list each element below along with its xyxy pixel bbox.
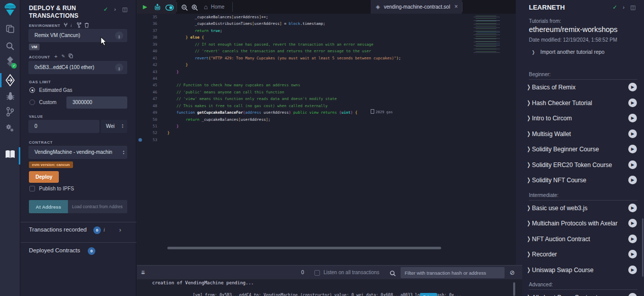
settings-icon[interactable] <box>0 123 20 135</box>
code-line[interactable]: 45 // Function to check how many cupcake… <box>137 82 468 88</box>
at-address-input[interactable] <box>68 200 127 213</box>
transactions-info-icon[interactable]: i <box>103 226 105 233</box>
home-icon[interactable]: ⌂ <box>202 0 210 14</box>
play-tutorial-button[interactable]: ▶ <box>628 160 637 169</box>
copy-account-icon[interactable] <box>68 53 73 59</box>
add-account-icon[interactable]: + <box>54 53 57 59</box>
chevron-right-icon[interactable]: ❭ <box>526 294 531 296</box>
tutorial-item[interactable]: ❭Basics of Remix▶ <box>526 80 644 95</box>
code-line[interactable]: 46 // 'public' means anyone can call thi… <box>137 89 468 95</box>
tutorial-item[interactable]: ❭All about Proxy Contracts▶ <box>526 290 644 296</box>
chevron-right-icon[interactable]: ❭ <box>526 236 531 242</box>
tutorial-item[interactable]: ❭Uniswap Swap Course▶ <box>526 262 644 278</box>
info-icon[interactable]: i <box>70 23 72 28</box>
transactions-expand-icon[interactable]: › <box>119 226 121 234</box>
source-control-icon[interactable] <box>0 107 20 119</box>
code-line[interactable]: 39 // If not enough time has passed, rev… <box>137 41 468 48</box>
run-script-icon[interactable]: ▶ <box>140 0 150 14</box>
play-tutorial-button[interactable]: ▶ <box>628 235 637 243</box>
environment-select-caret[interactable]: ▲▼ <box>115 31 123 40</box>
code-line[interactable]: 48 // This makes it free to call (no gas… <box>137 103 468 109</box>
account-select[interactable]: 0x5B3...eddC4 (100 ether) <box>28 61 127 74</box>
tutorial-item[interactable]: ❭Intro to Circom▶ <box>526 111 644 126</box>
play-tutorial-button[interactable]: ▶ <box>628 219 637 227</box>
solidity-compiler-icon[interactable] <box>0 56 20 69</box>
code-line[interactable]: 35 _cupcakeBalances[userAddress]++; <box>137 14 468 20</box>
panel-chevron-icon[interactable]: › <box>114 6 116 12</box>
zoom-out-icon[interactable] <box>180 0 190 14</box>
chevron-right-icon[interactable]: ❭ <box>526 100 531 106</box>
tutorial-item[interactable]: ❭Hash Checker Tutorial▶ <box>526 95 644 111</box>
plug-icon[interactable] <box>63 22 68 28</box>
code-line[interactable]: 53 <box>137 137 468 143</box>
listen-transactions-checkbox[interactable] <box>314 270 320 276</box>
code-line[interactable]: 41 revert("HTTP 429: Too Many Cupcakes (… <box>137 55 468 61</box>
remix-logo-icon[interactable] <box>0 3 20 20</box>
copilot-toggle-icon[interactable] <box>164 0 175 14</box>
terminal-search-icon[interactable] <box>389 266 396 280</box>
chevron-right-icon[interactable]: ❭ <box>526 251 531 257</box>
tutorial-item[interactable]: ❭Basic use of web3.js▶ <box>526 201 644 216</box>
code-line[interactable]: 42 } <box>137 61 468 68</box>
tutorial-item[interactable]: ❭Multichain Protocols with Axelar▶ <box>526 216 644 232</box>
debugger-icon[interactable] <box>0 91 20 103</box>
ai-assistant-icon[interactable] <box>152 0 162 14</box>
import-tutorial-repo[interactable]: ❭Import another tutorial repo <box>531 49 604 55</box>
panel-pin-icon[interactable]: ◫ <box>122 6 127 13</box>
play-tutorial-button[interactable]: ▶ <box>628 83 637 91</box>
tutorial-item[interactable]: ❭NFT Auction Contract▶ <box>526 232 644 247</box>
code-line[interactable]: 50 return _cupcakeBalances[userAddress]; <box>137 116 468 123</box>
learneth-book-icon[interactable] <box>0 149 20 161</box>
play-tutorial-button[interactable]: ▶ <box>628 250 637 258</box>
play-tutorial-button[interactable]: ▶ <box>628 266 637 274</box>
home-tab[interactable]: Home <box>211 0 225 14</box>
code-lines[interactable]: 35 _cupcakeBalances[userAddress]++;36 _c… <box>137 14 468 260</box>
collapse-terminal-icon[interactable]: ⇊ <box>141 266 145 280</box>
breakpoint-dot[interactable] <box>138 138 142 142</box>
terminal-scrollbar[interactable] <box>513 282 515 296</box>
code-line[interactable]: 51 } <box>137 123 468 129</box>
debug-button[interactable]: Debug <box>420 293 437 296</box>
learneth-chevron-icon[interactable]: › <box>623 4 625 10</box>
publish-ipfs-checkbox[interactable] <box>29 186 35 191</box>
chevron-right-icon[interactable]: ❭ <box>526 84 531 90</box>
code-line[interactable]: 36 _cupcakeDistributionTimes[userAddress… <box>137 20 468 27</box>
code-line[interactable]: 49 function getCupcakeBalanceFor(address… <box>137 109 468 116</box>
chevron-right-icon[interactable]: ❭ <box>526 267 531 273</box>
file-explorer-icon[interactable] <box>0 24 20 36</box>
chevron-right-icon[interactable]: ❭ <box>526 220 531 226</box>
play-tutorial-button[interactable]: ▶ <box>628 129 637 138</box>
chevron-right-icon[interactable]: ❭ <box>526 146 531 152</box>
clear-console-icon[interactable]: ⊘ <box>510 266 515 280</box>
value-unit-select[interactable]: Wei ▲▼ <box>101 120 127 133</box>
chevron-right-icon[interactable]: ❭ <box>526 130 531 137</box>
chevron-right-icon[interactable]: ❭ <box>526 115 531 121</box>
estimated-gas-radio[interactable] <box>29 87 35 93</box>
tutorial-item[interactable]: ❭Multisig Wallet▶ <box>526 126 644 142</box>
value-input[interactable]: 0 <box>28 120 99 133</box>
account-select-caret[interactable]: ▲▼ <box>115 63 123 72</box>
chevron-right-icon[interactable]: ❭ <box>526 205 531 211</box>
play-tutorial-button[interactable]: ▶ <box>628 98 637 107</box>
tutorial-item[interactable]: ❭Recorder▶ <box>526 247 644 262</box>
code-line[interactable]: 38 } else { <box>137 34 468 41</box>
transaction-filter-input[interactable] <box>401 267 505 278</box>
chevron-right-icon[interactable]: ❭ <box>526 177 531 183</box>
tutorial-item[interactable]: ❭Solidity Beginner Course▶ <box>526 142 644 157</box>
zoom-in-icon[interactable] <box>190 0 200 14</box>
trash-icon[interactable] <box>84 22 89 29</box>
fork-icon[interactable] <box>77 22 82 29</box>
contract-select[interactable]: VendingMachine - vending-machin ▲▼ <box>28 146 127 159</box>
play-tutorial-button[interactable]: ▶ <box>628 176 637 184</box>
deploy-run-icon[interactable] <box>0 74 20 88</box>
environment-select[interactable]: Remix VM (Cancun) <box>28 29 127 42</box>
deploy-button[interactable]: Deploy <box>29 171 59 183</box>
edit-account-icon[interactable]: ✎ <box>61 54 65 59</box>
custom-gas-input[interactable]: 3000000 <box>66 96 127 109</box>
tutorial-item[interactable]: ❭Solidity ERC20 Token Course▶ <box>526 157 644 173</box>
chevron-right-icon[interactable]: ❭ <box>526 161 531 168</box>
search-icon[interactable] <box>0 42 20 53</box>
code-line[interactable]: 52} <box>137 129 468 136</box>
code-line[interactable]: 40 // 'revert' cancels the transaction a… <box>137 48 468 54</box>
tab-vending-machine-contract[interactable]: ◈ vending-machine-contract.sol × <box>371 0 462 14</box>
